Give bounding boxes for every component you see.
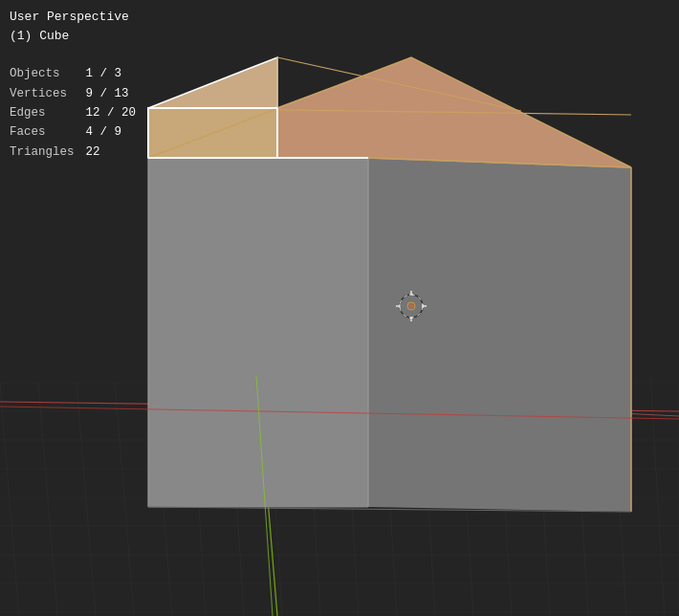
triangles-label: Triangles: [10, 143, 75, 162]
faces-label: Faces: [10, 123, 75, 142]
svg-marker-32: [368, 158, 631, 512]
svg-marker-35: [148, 158, 368, 507]
blender-viewport[interactable]: User Perspective (1) Cube Objects 1 / 3 …: [0, 0, 679, 616]
svg-point-59: [409, 304, 413, 308]
info-overlay: User Perspective (1) Cube Objects 1 / 3 …: [10, 8, 136, 162]
perspective-label: User Perspective: [10, 8, 136, 27]
object-label: (1) Cube: [10, 27, 136, 46]
triangles-value: 22: [86, 143, 137, 162]
vertices-value: 9 / 13: [86, 85, 137, 103]
edges-label: Edges: [10, 104, 75, 122]
faces-value: 4 / 9: [86, 123, 137, 142]
stats-panel: Objects 1 / 3 Vertices 9 / 13 Edges 12 /…: [10, 65, 136, 162]
objects-value: 1 / 3: [86, 65, 137, 83]
objects-label: Objects: [10, 65, 75, 83]
vertices-label: Vertices: [10, 85, 75, 103]
edges-value: 12 / 20: [86, 104, 137, 122]
